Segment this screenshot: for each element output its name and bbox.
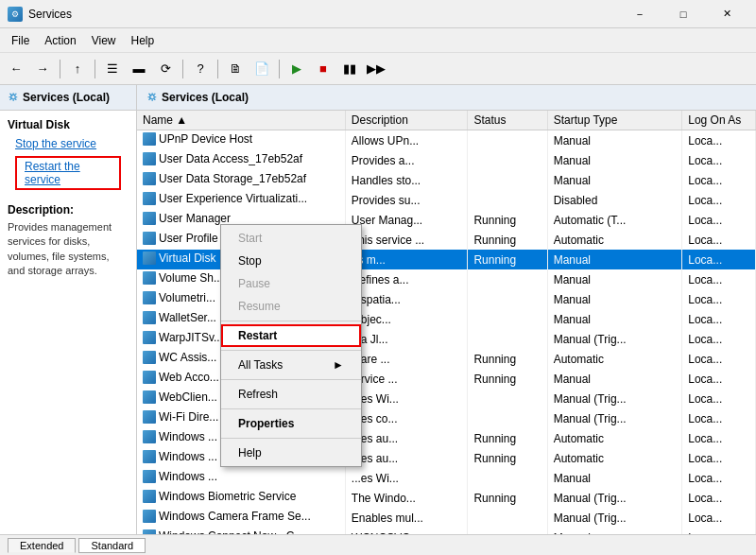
ctx-refresh[interactable]: Refresh [221,383,361,406]
service-desc-cell: ...spatia... [345,289,468,309]
service-status-cell [468,309,547,329]
toolbar-up[interactable]: ↑ [65,57,90,81]
window-controls: − □ ✕ [618,0,748,28]
right-panel-icon: ⛭ [146,91,158,104]
service-desc-cell: Handles sto... [345,170,468,190]
service-log-cell: Loca... [682,389,756,408]
restart-service-link[interactable]: Restart the service [15,156,121,190]
ctx-pause[interactable]: Pause [221,272,361,295]
table-row[interactable]: Windows ......es Wi...ManualLoca... [137,468,756,488]
table-row[interactable]: User Experience Virtualizati...Provides … [137,190,756,210]
service-desc-cell: The Windo... [345,488,468,508]
toolbar-filter[interactable]: 📄 [249,57,274,81]
service-startup-cell: Manual [547,289,682,309]
col-header-desc[interactable]: Description [345,111,468,130]
table-row[interactable]: User Data Access_17eb52afProvides a...Ma… [137,150,756,170]
ctx-sep-3 [221,379,361,380]
service-status-cell [468,150,547,170]
ctx-all-tasks[interactable]: All Tasks ► [221,354,361,376]
service-status-cell: Running [468,369,547,389]
left-panel-header: ⛭ Services (Local) [0,85,136,111]
left-panel-icon: ⛭ [8,91,19,104]
description-label: Description: [0,194,136,220]
service-desc-cell: Provides a... [345,150,468,170]
service-desc-cell: Allows UPn... [345,130,468,151]
service-log-cell: Loca... [682,528,756,534]
col-header-startup[interactable]: Startup Type [547,111,682,130]
service-log-cell: Loca... [682,250,756,269]
toolbar-pause[interactable]: ▮▮ [337,57,362,81]
right-panel: ⛭ Services (Local) Name ▲ Description St… [137,85,756,534]
service-status-cell [468,130,547,151]
col-header-log[interactable]: Log On As [682,111,756,130]
toolbar-forward[interactable]: → [30,57,55,81]
minimize-button[interactable]: − [618,0,662,28]
toolbar-refresh[interactable]: ⟳ [153,57,178,81]
ctx-resume[interactable]: Resume [221,295,361,318]
service-desc-cell: ...es Wi... [345,468,468,488]
ctx-start[interactable]: Start [221,227,361,250]
toolbar-help[interactable]: ? [188,57,213,81]
service-desc-cell: This service ... [345,230,468,250]
service-status-cell [468,508,547,528]
ctx-properties[interactable]: Properties [221,412,361,435]
service-status-cell [468,190,547,210]
table-row[interactable]: Windows Camera Frame Se...Enables mul...… [137,508,756,528]
ctx-stop[interactable]: Stop [221,250,361,272]
service-status-cell [468,289,547,309]
main-layout: ⛭ Services (Local) Virtual Disk Stop the… [0,85,756,534]
service-status-cell: Running [468,349,547,369]
service-startup-cell: Automatic [547,349,682,369]
service-startup-cell: Manual (Trig... [547,329,682,349]
menu-bar: File Action View Help [0,28,756,53]
service-name-cell: Windows Camera Frame Se... [137,508,345,528]
right-panel-header: ⛭ Services (Local) [137,85,756,111]
table-row[interactable]: User Data Storage_17eb52afHandles sto...… [137,170,756,190]
toolbar-stop[interactable]: ■ [311,57,335,81]
service-name-cell: Windows Connect Now - C... [137,528,345,534]
toolbar-properties[interactable]: ▬ [127,57,151,81]
menu-action[interactable]: Action [37,31,83,50]
toolbar-start[interactable]: ▶ [284,57,309,81]
service-log-cell: Loca... [682,190,756,210]
service-desc-cell: User Manag... [345,210,468,230]
menu-view[interactable]: View [84,31,124,50]
service-log-cell: Loca... [682,408,756,428]
tab-standard[interactable]: Standard [78,538,146,553]
service-status-cell [468,329,547,349]
toolbar-export[interactable]: 🗎 [223,57,248,81]
ctx-help[interactable]: Help [221,442,361,464]
service-name-cell: User Experience Virtualizati... [137,190,345,210]
ctx-restart[interactable]: Restart [221,324,361,347]
service-startup-cell: Manual [547,528,682,534]
service-status-cell [468,269,547,289]
table-row[interactable]: UPnP Device HostAllows UPn...ManualLoca.… [137,130,756,151]
service-status-cell: Running [468,428,547,448]
toolbar-sep-1 [60,60,60,78]
toolbar-sep-3 [182,60,183,78]
service-log-cell: Loca... [682,508,756,528]
stop-service-link[interactable]: Stop the service [8,135,104,152]
menu-help[interactable]: Help [124,31,163,50]
ctx-arrow-icon: ► [333,358,344,372]
maximize-button[interactable]: □ [662,0,705,28]
service-desc-cell: es m... [345,250,468,269]
app-icon: ⚙ [8,7,23,22]
col-header-name[interactable]: Name ▲ [137,111,345,130]
toolbar-back[interactable]: ← [4,57,28,81]
toolbar-resume[interactable]: ▶▶ [364,57,388,81]
service-startup-cell: Manual (Trig... [547,508,682,528]
table-row[interactable]: Windows Connect Now - C...WCNCSVC ...Man… [137,528,756,534]
ctx-sep-4 [221,408,361,409]
menu-file[interactable]: File [4,31,37,50]
service-status-cell [468,528,547,534]
col-header-status[interactable]: Status [468,111,547,130]
service-status-cell: Running [468,210,547,230]
close-button[interactable]: ✕ [705,0,748,28]
table-row[interactable]: Windows Biometric ServiceThe Windo...Run… [137,488,756,508]
ctx-sep-5 [221,438,361,439]
service-startup-cell: Disabled [547,190,682,210]
service-status-cell [468,170,547,190]
toolbar-show-hide[interactable]: ☰ [100,57,125,81]
tab-extended[interactable]: Extended [8,538,76,553]
